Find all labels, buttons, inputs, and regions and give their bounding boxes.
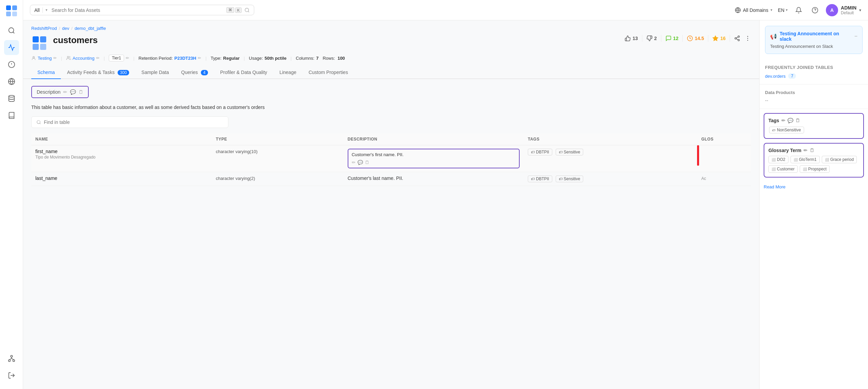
columns-tag: Columns: 7 [296,56,318,61]
language-selector[interactable]: EN ▾ [778,7,788,13]
search-bar[interactable]: All ▾ ⌘ K [30,5,254,15]
gterm-do2[interactable]: ⬜ DO2 [768,156,788,163]
desc-comment-icon-1[interactable]: 💬 [358,160,363,165]
app-logo[interactable] [4,3,19,18]
gterm-gloterm1[interactable]: ⬜ GloTerm1 [791,156,820,163]
description-box: Description ✏ 💬 🗒 [31,86,89,98]
svg-point-36 [747,40,748,41]
domain-selector[interactable]: All Domains ▾ [735,7,772,13]
glossary-note-icon[interactable]: 🗒 [810,148,814,153]
star-button[interactable]: 16 [712,35,726,41]
top-navigation: All ▾ ⌘ K All Domains ▾ EN ▾ [23,0,868,20]
user-menu[interactable]: A ADMIN Default ▾ [826,4,861,16]
sidebar-item-explore[interactable] [4,40,19,55]
search-icon[interactable] [244,7,250,13]
tags-edit-icon[interactable]: ✏ [781,118,785,123]
team-label[interactable]: Accounting [73,56,94,61]
tier-edit-icon[interactable]: ✏ [126,56,129,60]
announcement-header: 📢 Testing Announcement on slack − [770,31,857,42]
user-menu-chevron: ▾ [859,8,861,13]
data-products-value: -- [765,98,863,103]
tag-chip-sensitive-2[interactable]: 🏷 Sensitive [556,175,584,182]
breadcrumb-part-2[interactable]: dev [62,26,69,31]
find-input[interactable] [44,119,223,125]
description-comment-icon[interactable]: 💬 [70,89,76,95]
col-name-label-2: last_name [35,175,208,181]
owner-edit-icon[interactable]: ✏ [53,56,57,60]
gterm-propspect[interactable]: ⬜ Propspect [800,165,830,173]
divider-5 [730,35,730,42]
svg-point-17 [245,8,249,12]
notifications-button[interactable] [793,5,804,16]
svg-point-15 [13,360,14,362]
more-options-button[interactable] [744,35,751,42]
tags-comment-icon[interactable]: 💬 [787,118,793,123]
desc-edit-icon-1[interactable]: ✏ [352,160,355,165]
tab-lineage[interactable]: Lineage [273,66,302,79]
sidebar-item-database[interactable] [4,91,19,106]
col-header-tags: TAGS [524,133,697,145]
col-type-label-2: character varying(2) [216,176,255,181]
timer-button[interactable]: 14.5 [687,35,704,41]
share-button[interactable] [734,35,740,41]
sidebar-item-insights[interactable] [4,57,19,72]
search-input[interactable] [52,7,224,13]
col-type-label-1: character varying(10) [216,149,258,154]
tab-schema[interactable]: Schema [31,66,61,79]
glossary-edit-icon[interactable]: ✏ [803,148,808,153]
find-bar[interactable] [31,116,228,128]
tag-chip-dbtpii-2[interactable]: 🏷 DBTPII [528,175,552,182]
desc-cell-icons-1: ✏ 💬 🗒 [352,160,516,165]
breadcrumb-part-3[interactable]: demo_dbt_jaffle [74,26,106,31]
sidebar-item-catalog[interactable] [4,108,19,123]
tag-chip-sensitive-1[interactable]: 🏷 Sensitive [556,149,584,155]
language-chevron: ▾ [786,8,788,12]
joined-table-name[interactable]: dev.orders [765,74,785,79]
tag-chip-dbtpii-1[interactable]: 🏷 DBTPII [528,149,552,155]
tags-note-icon[interactable]: 🗒 [795,118,800,123]
description-edit-icon[interactable]: ✏ [63,89,67,95]
announcement-title: Testing Announcement on slack [780,31,852,42]
sidebar-item-network[interactable] [4,351,19,366]
tab-queries[interactable]: Queries 4 [175,66,214,79]
filter-dropdown-icon[interactable]: ▾ [46,8,48,12]
tab-custom[interactable]: Custom Properties [302,66,354,79]
user-role-label: Default [841,11,856,15]
desc-note-icon-1[interactable]: 🗒 [365,160,369,165]
owner-label[interactable]: Testing [38,56,52,61]
description-info-icon[interactable]: 🗒 [79,89,83,95]
search-filter-label[interactable]: All [34,7,43,13]
announcement-close-button[interactable]: − [854,33,857,39]
tab-sample[interactable]: Sample Data [135,66,175,79]
col-header-glos: GLOS [697,133,751,145]
team-edit-icon[interactable]: ✏ [96,56,100,60]
gterm-icon-3: ⬜ [825,158,829,162]
conversation-button[interactable]: 12 [665,35,679,41]
sidebar-item-exit[interactable] [4,368,19,383]
gterm-customer[interactable]: ⬜ Customer [768,165,798,173]
tag-item-nonsensitive[interactable]: 🏷 NonSensitive [769,127,804,133]
tab-activity[interactable]: Activity Feeds & Tasks 300 [61,66,135,79]
gterm-grace-period[interactable]: ⬜ Grace period [822,156,857,163]
col-header-name: NAME [31,133,212,145]
retention-label: Retention Period: [139,56,173,61]
breadcrumb-part-1[interactable]: RedshiftProd [31,26,57,31]
owner-icon [31,56,36,60]
read-more-link[interactable]: Read More [760,182,868,192]
like-button[interactable]: 13 [625,35,638,41]
svg-line-18 [248,11,249,12]
share-icon [734,35,740,41]
retention-tag: Retention Period: P23DT23H ✏ [139,56,202,61]
help-button[interactable] [810,5,820,16]
avatar: A [826,4,838,16]
dislike-button[interactable]: 2 [646,35,657,41]
svg-point-4 [8,28,14,33]
retention-edit-icon[interactable]: ✏ [198,56,201,60]
divider-1 [642,35,642,42]
tab-profiler[interactable]: Profiler & Data Quality [214,66,274,79]
sidebar-item-globe[interactable] [4,74,19,89]
svg-rect-23 [33,36,39,42]
svg-rect-0 [6,5,11,10]
sidebar-item-search[interactable] [4,23,19,38]
svg-point-38 [67,56,69,58]
